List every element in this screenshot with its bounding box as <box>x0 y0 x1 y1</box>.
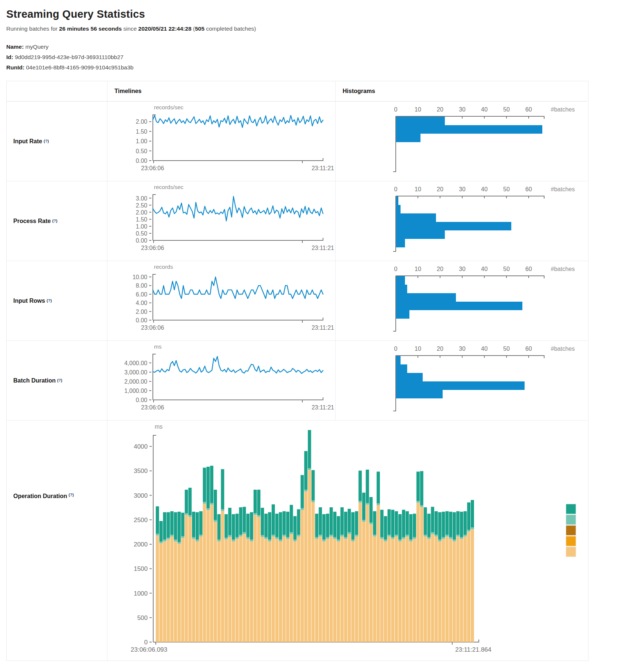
hist-tick-label: 10 <box>415 266 421 272</box>
y-tick-label: 2.50 <box>136 202 147 209</box>
stacked-bar-segment <box>261 508 264 535</box>
stacked-bar-segment <box>174 541 177 642</box>
stacked-bar-segment <box>290 534 293 642</box>
stacked-bar-segment <box>275 514 279 537</box>
stacked-bar-segment <box>435 511 438 535</box>
help-tooltip-operation-duration[interactable]: (?) <box>69 493 74 497</box>
y-tick-label: 1.50 <box>136 128 147 135</box>
stacked-bar-segment <box>297 535 300 536</box>
batches-suffix: completed batches) <box>205 25 256 32</box>
page-title: Streaming Query Statistics <box>6 8 625 20</box>
stacked-bar-segment <box>370 524 373 642</box>
stacked-bar-segment <box>210 505 213 642</box>
row-label-input-rate: Input Rate (?) <box>7 102 107 181</box>
stacked-bar-segment <box>282 535 286 536</box>
stacked-bar-segment <box>330 535 333 536</box>
stacked-bar-segment <box>254 490 257 513</box>
y-axis <box>153 274 156 320</box>
hist-y-axis <box>393 196 396 251</box>
hist-tick-label: 0 <box>394 266 398 272</box>
unit-label: records <box>154 264 173 270</box>
stacked-bar-segment <box>373 536 376 642</box>
stacked-bar-segment <box>304 491 308 642</box>
stacked-bar-segment <box>181 538 185 642</box>
stacked-bar-segment <box>214 522 217 642</box>
stacked-bar-segment <box>471 527 474 529</box>
help-tooltip-input-rows[interactable]: (?) <box>47 298 52 303</box>
stacked-bar-segment <box>453 512 456 539</box>
histogram-bar <box>396 381 525 390</box>
stacked-bar-segment <box>224 538 228 539</box>
help-tooltip-process-rate[interactable]: (?) <box>52 219 57 223</box>
stacked-bar-segment <box>181 536 185 538</box>
stacked-bar-segment <box>333 539 337 642</box>
stacked-bar-segment <box>391 537 394 539</box>
stacked-bar-segment <box>297 536 300 642</box>
stacked-bar-segment <box>264 539 268 642</box>
stacked-bar-segment <box>170 535 174 536</box>
stacked-bar-segment <box>370 497 373 522</box>
hist-y-axis <box>393 356 396 411</box>
stacked-bar-segment <box>232 539 235 541</box>
stacked-bar-segment <box>275 539 279 642</box>
metric-name: Input Rate <box>13 138 42 145</box>
stacked-bar-segment <box>420 471 423 505</box>
stacked-bar-segment <box>384 541 387 642</box>
stacked-bar-segment <box>192 512 195 537</box>
input-rate-timeline-cell: records/sec0.000.501.001.502.0023:06:062… <box>107 102 335 181</box>
stacked-bar-segment <box>460 539 463 642</box>
batches-axis-label: #batches <box>551 266 575 272</box>
hist-tick-label: 50 <box>503 186 510 192</box>
unit-label: ms <box>154 343 162 350</box>
stacked-bar-segment <box>268 541 271 642</box>
stacked-bar-segment <box>370 522 373 524</box>
histogram-bar <box>396 239 405 247</box>
x-start-label: 23:06:06 <box>141 325 164 331</box>
help-tooltip-batch-duration[interactable]: (?) <box>57 378 62 383</box>
help-tooltip-input-rate[interactable]: (?) <box>44 139 49 143</box>
stacked-bar-segment <box>163 541 166 642</box>
stacked-bar-segment <box>214 520 217 522</box>
y-axis <box>153 195 156 240</box>
stacked-bar-segment <box>236 537 239 539</box>
stacked-bar-segment <box>377 505 380 642</box>
y-tick-label: 2.00 <box>136 119 147 125</box>
histogram-bar <box>396 117 445 125</box>
hist-tick-label: 40 <box>481 266 488 272</box>
histogram-bar <box>396 134 420 142</box>
histogram-bar <box>396 356 401 364</box>
y-tick-label: 2.00 <box>136 209 147 216</box>
operation-duration-chart-cell: ms0500100015002000250030003500400023:06:… <box>107 421 587 661</box>
stacked-bar-segment <box>402 510 405 537</box>
stacked-bar-segment <box>388 509 391 535</box>
x-start-label: 23:06:06 <box>141 245 164 251</box>
stacked-bar-segment <box>232 541 235 642</box>
stacked-bar-segment <box>159 542 163 544</box>
stacked-bar-segment <box>333 512 337 537</box>
stacked-bar-segment <box>315 539 319 642</box>
stacked-bar-segment <box>464 536 467 642</box>
streaming-query-statistics-page: Streaming Query Statistics Running batch… <box>0 0 625 672</box>
histogram-bar <box>396 213 436 222</box>
hist-tick-label: 10 <box>415 106 421 113</box>
stacked-bar-segment <box>297 509 300 535</box>
stacked-bar-segment <box>438 541 442 642</box>
histogram-bar <box>396 310 409 319</box>
stacked-bar-segment <box>340 507 344 535</box>
stacked-bar-segment <box>409 514 412 540</box>
histogram-bar <box>396 196 398 205</box>
stacked-bar-segment <box>163 539 166 541</box>
stacked-bar-segment <box>326 514 329 537</box>
stacked-bar-segment <box>166 512 170 538</box>
stacked-bar-segment <box>312 470 315 500</box>
stacked-bar-segment <box>188 515 192 517</box>
name-value: myQuery <box>24 44 48 50</box>
stacked-bar-segment <box>464 535 467 536</box>
header-timelines: Timelines <box>107 81 335 102</box>
stacked-bar-segment <box>337 539 340 541</box>
stacked-bar-segment <box>420 505 423 507</box>
stacked-bar-segment <box>351 539 355 541</box>
stacked-bar-segment <box>467 530 470 532</box>
stacked-bar-segment <box>319 507 322 535</box>
row-label-batch-duration: Batch Duration (?) <box>7 341 107 421</box>
